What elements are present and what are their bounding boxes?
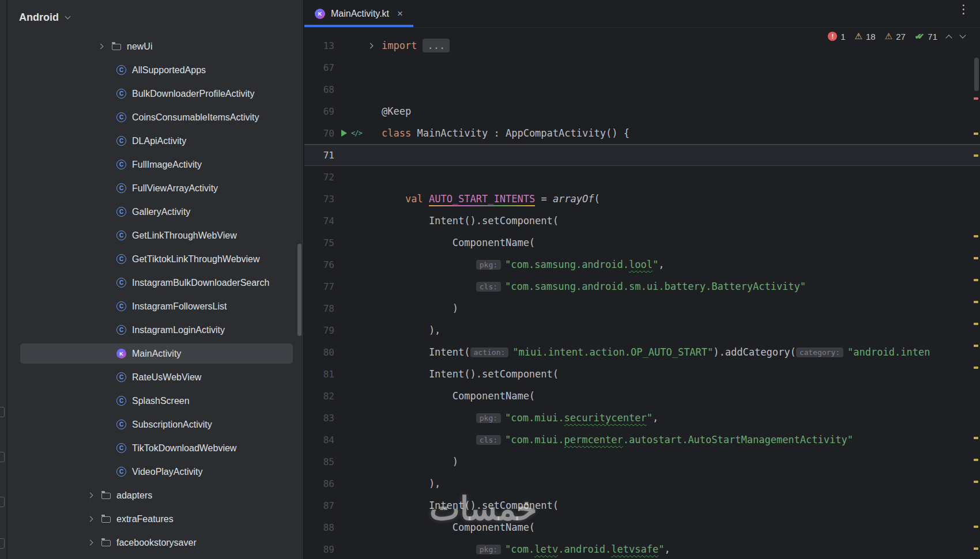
tree-item-label: extraFeatures <box>116 514 174 524</box>
run-gutter-icon[interactable] <box>341 130 347 137</box>
code-line: 76 pkg:"com.samsung.android.lool", <box>304 254 980 275</box>
tool-window-icon[interactable] <box>0 538 5 549</box>
error-stripe-mark[interactable] <box>974 235 978 237</box>
line-number[interactable]: 85 <box>304 456 334 467</box>
error-stripe-mark[interactable] <box>974 367 978 369</box>
line-number[interactable]: 71 <box>304 150 334 161</box>
tree-item-SubscriptionActivity[interactable]: CSubscriptionActivity <box>7 413 303 436</box>
error-stripe-mark[interactable] <box>974 301 978 303</box>
error-stripe-mark[interactable] <box>974 133 978 135</box>
editor-scrollbar-thumb[interactable] <box>974 58 979 91</box>
line-number[interactable]: 73 <box>304 194 334 205</box>
class-icon: C <box>116 207 126 217</box>
chevron-right-icon[interactable] <box>88 516 93 522</box>
line-number[interactable]: 75 <box>304 237 334 248</box>
tree-item-adapters[interactable]: adapters <box>7 484 303 507</box>
project-tree: newUiCAllSupportedAppsCBulkDownloaderPro… <box>7 35 303 559</box>
error-stripe-mark[interactable] <box>974 323 978 325</box>
fold-region-toggle[interactable] <box>368 43 374 48</box>
line-number[interactable]: 86 <box>304 478 334 489</box>
tree-item-BulkDownloaderProfileActivity[interactable]: CBulkDownloaderProfileActivity <box>7 82 303 105</box>
error-stripe-mark[interactable] <box>974 97 978 100</box>
line-number[interactable]: 67 <box>304 62 334 73</box>
tool-window-icon[interactable] <box>0 452 5 462</box>
tree-item-InstagramFollowersList[interactable]: CInstagramFollowersList <box>7 294 303 318</box>
inspections-widget[interactable]: ! 1 ⚠ 18 ⚠ 27 ✔✔ 71 <box>828 31 965 41</box>
error-stripe-mark[interactable] <box>974 437 978 439</box>
error-stripe-mark[interactable] <box>974 279 978 281</box>
error-stripe-mark[interactable] <box>974 547 978 550</box>
chevron-right-icon[interactable] <box>98 44 104 50</box>
line-number[interactable]: 82 <box>304 391 334 402</box>
tree-item-GetTiktokLinkThroughWebview[interactable]: CGetTiktokLinkThroughWebview <box>7 247 303 271</box>
tree-item-InstagramLoginActivity[interactable]: CInstagramLoginActivity <box>7 318 303 342</box>
class-icon: C <box>116 396 126 406</box>
line-number[interactable]: 68 <box>304 84 334 95</box>
line-number[interactable]: 77 <box>304 281 334 292</box>
code-line: 87 Intent().setComponent( <box>304 494 980 516</box>
tab-label: MainActivity.kt <box>331 9 389 19</box>
line-number[interactable]: 70 <box>304 128 334 139</box>
markup-gutter-icon[interactable]: </> <box>351 129 362 137</box>
tree-item-AllSupportedApps[interactable]: CAllSupportedApps <box>7 58 303 82</box>
class-icon: C <box>116 89 126 99</box>
code-line: 71 <box>304 144 980 166</box>
line-number[interactable]: 80 <box>304 347 334 358</box>
tree-item-facebookstorysaver[interactable]: facebookstorysaver <box>7 531 303 554</box>
close-icon[interactable]: × <box>397 8 403 20</box>
tree-item-FullViewArrayActivity[interactable]: CFullViewArrayActivity <box>7 176 303 200</box>
line-number[interactable]: 72 <box>304 172 334 183</box>
line-number[interactable]: 81 <box>304 369 334 380</box>
project-view-title: Android <box>19 12 59 24</box>
line-number[interactable]: 76 <box>304 259 334 270</box>
line-number[interactable]: 74 <box>304 216 334 226</box>
next-problem-button[interactable] <box>959 32 966 38</box>
code-text: cls:"com.samsung.android.sm.ui.battery.B… <box>382 281 806 292</box>
tree-item-GetLinkThroughWebView[interactable]: CGetLinkThroughWebView <box>7 224 303 247</box>
project-view-selector[interactable]: Android <box>7 0 303 35</box>
folder-icon <box>112 44 121 50</box>
line-number[interactable]: 69 <box>304 106 334 117</box>
tree-item-FullImageActivity[interactable]: CFullImageActivity <box>7 153 303 176</box>
error-stripe-mark[interactable] <box>974 257 978 259</box>
tree-item-GalleryActivity[interactable]: CGalleryActivity <box>7 200 303 224</box>
tree-item-DLApiActivity[interactable]: CDLApiActivity <box>7 129 303 153</box>
chevron-right-icon[interactable] <box>88 540 93 546</box>
error-stripe-mark[interactable] <box>974 526 978 528</box>
folded-region[interactable]: ... <box>423 39 450 52</box>
error-stripe-mark[interactable] <box>974 154 978 157</box>
tree-item-CoinsConsumableItemsActivity[interactable]: CCoinsConsumableItemsActivity <box>7 105 303 129</box>
tree-item-InstagramBulkDownloaderSearch[interactable]: CInstagramBulkDownloaderSearch <box>7 271 303 294</box>
line-number[interactable]: 83 <box>304 413 334 424</box>
tab-mainactivity-kt[interactable]: K MainActivity.kt × <box>304 0 413 27</box>
line-number[interactable]: 78 <box>304 303 334 314</box>
tree-item-MainActivity[interactable]: KMainActivity <box>7 342 303 365</box>
class-icon: C <box>116 160 126 169</box>
more-options-button[interactable]: ⋮ <box>958 2 970 16</box>
chevron-right-icon[interactable] <box>88 493 93 498</box>
prev-problem-button[interactable] <box>945 35 952 41</box>
line-number[interactable]: 88 <box>304 522 334 533</box>
line-number[interactable]: 87 <box>304 500 334 511</box>
tool-window-icon[interactable] <box>0 407 5 417</box>
line-number[interactable]: 84 <box>304 435 334 445</box>
line-number[interactable]: 89 <box>304 544 334 555</box>
gutter-icons: </> <box>334 129 382 137</box>
tree-item-RateUsWebView[interactable]: CRateUsWebView <box>7 365 303 389</box>
tool-window-icon[interactable] <box>0 497 5 507</box>
tree-scrollbar-thumb[interactable] <box>297 244 301 336</box>
error-stripe-mark[interactable] <box>974 345 978 347</box>
parameter-hint: cls: <box>476 435 501 445</box>
error-stripe-mark[interactable] <box>974 481 978 483</box>
tree-item-SplashScreen[interactable]: CSplashScreen <box>7 389 303 413</box>
watermark: خمسات <box>429 490 537 527</box>
line-number[interactable]: 13 <box>304 40 334 51</box>
error-stripe-mark[interactable] <box>974 459 978 461</box>
tree-item-TikTokDownloadWebview[interactable]: CTikTokDownloadWebview <box>7 436 303 460</box>
tree-item-VideoPlayActivity[interactable]: CVideoPlayActivity <box>7 460 303 484</box>
code-text: pkg:"com.miui.securitycenter", <box>382 412 658 424</box>
tree-item-newUi[interactable]: newUi <box>7 35 303 58</box>
code-line: 84 cls:"com.miui.permcenter.autostart.Au… <box>304 429 980 451</box>
line-number[interactable]: 79 <box>304 325 334 336</box>
tree-item-extraFeatures[interactable]: extraFeatures <box>7 507 303 531</box>
